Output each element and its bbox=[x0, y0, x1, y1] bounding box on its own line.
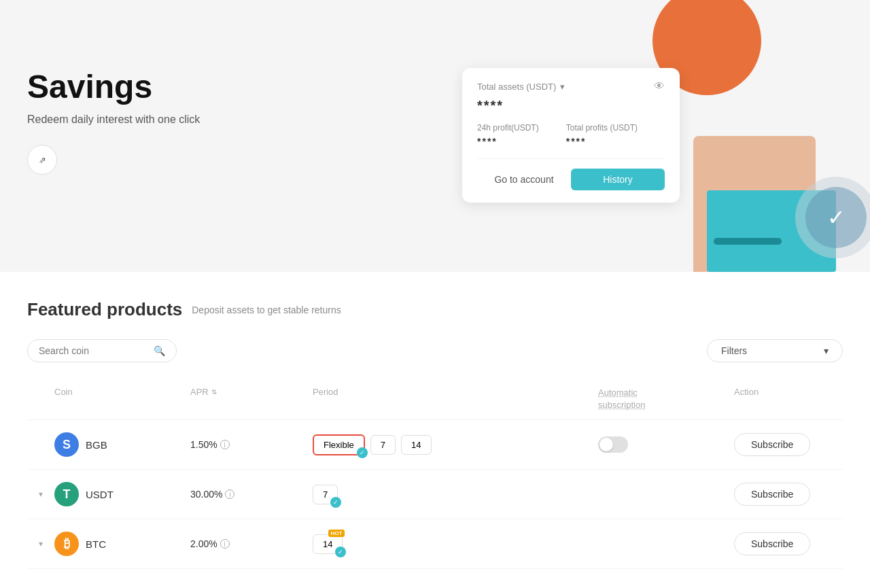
apr-cell-usdt: 30.00% i bbox=[190, 489, 313, 500]
balance-value: **** bbox=[477, 98, 665, 114]
share-icon: ⇗ bbox=[39, 155, 46, 165]
main-content: Featured products Deposit assets to get … bbox=[0, 272, 870, 588]
hero-subtitle: Redeem daily interest with one click bbox=[27, 114, 200, 126]
bgb-apr: 1.50% bbox=[190, 439, 218, 450]
history-button[interactable]: History bbox=[571, 169, 665, 190]
teal-bar-decoration bbox=[714, 238, 782, 245]
col-action-header: Action bbox=[734, 387, 843, 411]
controls-row: 🔍 Filters ▾ bbox=[27, 339, 843, 362]
go-to-account-button[interactable]: Go to account bbox=[477, 169, 571, 190]
auto-subscription-label: Automaticsubscription bbox=[598, 387, 645, 411]
chevron-down-icon: ▾ bbox=[39, 539, 43, 549]
total-assets-label: Total assets (USDT) bbox=[477, 82, 556, 92]
table-row: S BGB 1.50% i Flexible ✓ 7 14 bbox=[27, 420, 843, 470]
card-profits: 24h profit(USDT) **** Total profits (USD… bbox=[477, 123, 665, 148]
featured-title: Featured products bbox=[27, 299, 182, 320]
usdt-symbol: USDT bbox=[86, 489, 114, 500]
apr-sort[interactable]: APR ⇅ bbox=[190, 387, 217, 397]
usdt-apr: 30.00% bbox=[190, 489, 222, 500]
subscribe-button-usdt[interactable]: Subscribe bbox=[734, 483, 810, 506]
subscribe-button-btc[interactable]: Subscribe bbox=[734, 532, 810, 555]
14day-period-button-btc[interactable]: HOT 14 ✓ bbox=[313, 534, 343, 554]
coin-cell-btc: ₿ BTC bbox=[54, 532, 190, 556]
info-icon-usdt[interactable]: i bbox=[225, 489, 234, 499]
share-button[interactable]: ⇗ bbox=[27, 145, 57, 175]
period-check-badge: ✓ bbox=[357, 447, 368, 458]
btc-symbol: BTC bbox=[86, 538, 106, 550]
table-row: ▾ ₿ BTC 2.00% i HOT 14 ✓ Subscribe bbox=[27, 519, 843, 569]
search-icon: 🔍 bbox=[154, 345, 165, 356]
flexible-period-button[interactable]: Flexible ✓ bbox=[313, 434, 365, 455]
card-actions: Go to account History bbox=[477, 158, 665, 190]
period-check-badge-usdt: ✓ bbox=[330, 497, 341, 508]
profit-24h-value: **** bbox=[477, 136, 498, 147]
period-cell-usdt: 7 ✓ bbox=[313, 485, 598, 504]
action-cell-bgb: Subscribe bbox=[734, 433, 843, 456]
total-profits-label: Total profits (USDT) bbox=[566, 123, 638, 133]
section-header: Featured products Deposit assets to get … bbox=[27, 299, 843, 320]
hero-visual: ✓ Total assets (USDT) ▾ 👁 **** 24h profi… bbox=[530, 0, 870, 272]
table-row: ▾ T USDT 30.00% i 7 ✓ Subscribe bbox=[27, 470, 843, 519]
total-profits: Total profits (USDT) **** bbox=[566, 123, 638, 148]
apr-cell-bgb: 1.50% i bbox=[190, 439, 313, 450]
card-header: Total assets (USDT) ▾ 👁 bbox=[477, 80, 665, 92]
chevron-down-icon: ▾ bbox=[560, 82, 565, 92]
profit-24h: 24h profit(USDT) **** bbox=[477, 123, 539, 148]
card-header-left: Total assets (USDT) ▾ bbox=[477, 82, 565, 92]
check-circle-decoration: ✓ bbox=[795, 177, 870, 258]
coin-cell-bgb: S BGB bbox=[54, 432, 190, 457]
filters-button[interactable]: Filters ▾ bbox=[707, 339, 843, 362]
check-inner-decoration: ✓ bbox=[805, 187, 867, 248]
auto-subscription-toggle-bgb[interactable] bbox=[598, 436, 628, 453]
usdt-icon: T bbox=[54, 482, 79, 506]
apr-cell-btc: 2.00% i bbox=[190, 538, 313, 549]
col-apr-header: APR ⇅ bbox=[190, 387, 313, 411]
toggle-knob bbox=[599, 438, 613, 451]
table-header: Coin APR ⇅ Period Automaticsubscription … bbox=[27, 379, 843, 420]
featured-subtitle: Deposit assets to get stable returns bbox=[192, 305, 341, 315]
info-icon[interactable]: i bbox=[220, 440, 230, 449]
14day-period-button[interactable]: 14 bbox=[401, 435, 431, 455]
col-period-header: Period bbox=[313, 387, 598, 411]
hot-badge: HOT bbox=[328, 530, 345, 537]
col-expand bbox=[27, 387, 54, 411]
action-cell-usdt: Subscribe bbox=[734, 483, 843, 506]
hero-section: Savings Redeem daily interest with one c… bbox=[0, 0, 870, 272]
chevron-down-icon: ▾ bbox=[39, 489, 43, 499]
subscribe-button-bgb[interactable]: Subscribe bbox=[734, 433, 810, 456]
hero-content: Savings Redeem daily interest with one c… bbox=[27, 27, 200, 175]
bgb-symbol: BGB bbox=[86, 439, 107, 451]
7day-period-button[interactable]: 7 bbox=[370, 435, 396, 455]
expand-button-btc[interactable]: ▾ bbox=[27, 539, 54, 549]
products-table: Coin APR ⇅ Period Automaticsubscription … bbox=[27, 379, 843, 569]
total-profits-value: **** bbox=[566, 136, 587, 147]
hide-balance-icon[interactable]: 👁 bbox=[654, 80, 665, 92]
hero-title: Savings bbox=[27, 68, 200, 105]
coin-cell-usdt: T USDT bbox=[54, 482, 190, 506]
btc-icon: ₿ bbox=[54, 532, 79, 556]
expand-button-usdt[interactable]: ▾ bbox=[27, 489, 54, 499]
info-icon-btc[interactable]: i bbox=[220, 539, 230, 549]
btc-apr: 2.00% bbox=[190, 538, 218, 549]
sort-icon: ⇅ bbox=[211, 388, 217, 396]
filters-label: Filters bbox=[721, 345, 747, 356]
account-card: Total assets (USDT) ▾ 👁 **** 24h profit(… bbox=[462, 68, 680, 203]
search-input[interactable] bbox=[39, 345, 148, 356]
period-cell-btc: HOT 14 ✓ bbox=[313, 534, 598, 554]
auto-sub-cell-bgb bbox=[598, 436, 734, 453]
search-box[interactable]: 🔍 bbox=[27, 339, 177, 362]
period-check-badge-btc: ✓ bbox=[335, 547, 346, 557]
action-cell-btc: Subscribe bbox=[734, 532, 843, 555]
col-coin-header: Coin bbox=[54, 387, 190, 411]
col-auto-subscription-header: Automaticsubscription bbox=[598, 387, 734, 411]
bgb-icon: S bbox=[54, 432, 79, 457]
profit-24h-label: 24h profit(USDT) bbox=[477, 123, 539, 133]
chevron-down-icon: ▾ bbox=[824, 345, 829, 356]
7day-period-button-usdt[interactable]: 7 ✓ bbox=[313, 485, 338, 504]
period-cell-bgb: Flexible ✓ 7 14 bbox=[313, 434, 598, 455]
